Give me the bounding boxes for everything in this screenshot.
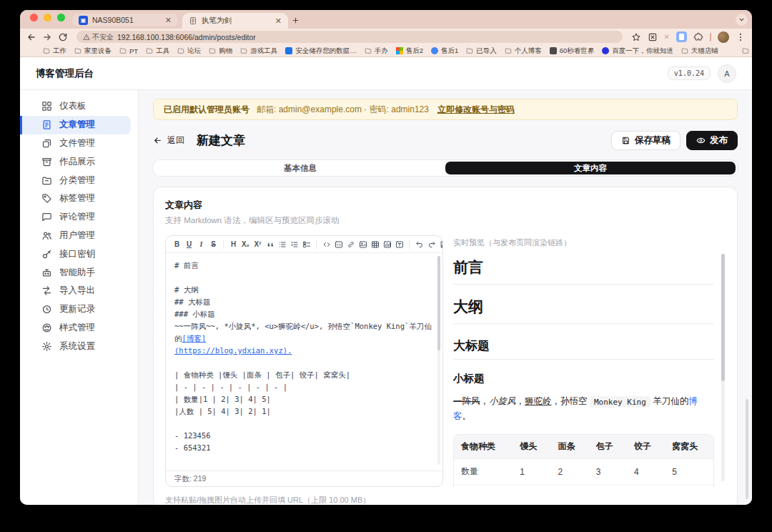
- extension-icon-3[interactable]: [676, 31, 687, 42]
- bookmark-item-13[interactable]: 个人博客: [505, 46, 542, 56]
- toolbar-image-icon[interactable]: [357, 238, 369, 250]
- not-secure-badge[interactable]: 不安全: [83, 32, 114, 42]
- maximize-window-button[interactable]: [57, 14, 65, 21]
- change-credentials-link[interactable]: 立即修改账号与密码: [437, 104, 515, 116]
- editor-line: [174, 418, 434, 430]
- tab-content[interactable]: 文章内容: [445, 162, 736, 174]
- folder-icon: [681, 47, 688, 54]
- bookmark-item-8[interactable]: 安全储存您的数据…: [285, 46, 357, 56]
- save-draft-button[interactable]: 保存草稿: [611, 131, 681, 150]
- sidebar-item-dashboard[interactable]: 仪表板: [20, 97, 131, 116]
- bookmark-item-7[interactable]: 游戏工具: [240, 46, 277, 56]
- bookmark-item-1[interactable]: 工作: [43, 46, 66, 56]
- toolbar-heading-icon[interactable]: H: [227, 238, 239, 250]
- url-bar[interactable]: 不安全 192.168.100.138:6066/admin/posts/edi…: [76, 31, 623, 43]
- profile-avatar[interactable]: [718, 31, 729, 43]
- preview-table: 食物种类馒头面条包子饺子窝窝头数量12345人数54321: [453, 434, 714, 488]
- ms-grid-icon: [396, 47, 403, 54]
- minimize-window-button[interactable]: [44, 14, 51, 21]
- forward-icon[interactable]: [42, 32, 52, 42]
- toolbar-bullet-list-icon[interactable]: [276, 238, 288, 250]
- toolbar-inline-code-icon[interactable]: [320, 238, 332, 250]
- close-window-button[interactable]: [30, 14, 38, 21]
- sidebar-item-works[interactable]: 作品展示: [20, 152, 131, 171]
- bookmark-item-9[interactable]: 手办: [365, 46, 388, 56]
- toolbar-subscript-icon[interactable]: X₂: [239, 238, 252, 250]
- sidebar-item-files[interactable]: 文件管理: [20, 134, 131, 153]
- page-scrollbar[interactable]: [746, 399, 748, 499]
- extension-icon-2[interactable]: ✕: [664, 33, 670, 41]
- toolbar-text-box-icon[interactable]: [393, 238, 405, 250]
- sidebar-item-tags[interactable]: 标签管理: [20, 189, 131, 208]
- toolbar-italic-icon[interactable]: I: [195, 238, 207, 250]
- toolbar-code-block-icon[interactable]: [332, 238, 345, 250]
- bookmark-item-3[interactable]: PT: [119, 47, 138, 55]
- bookmark-item-16[interactable]: 天猫店铺: [681, 46, 718, 56]
- editor-scrollbar[interactable]: [437, 256, 440, 465]
- sidebar-item-assistant[interactable]: 智能助手: [20, 263, 131, 282]
- back-icon[interactable]: [26, 32, 36, 42]
- tab-search-button[interactable]: [736, 14, 748, 26]
- bookmark-item-4[interactable]: 工具: [146, 46, 169, 56]
- bookmark-item-10[interactable]: 售后2: [396, 46, 423, 56]
- bookmark-item-6[interactable]: 购物: [209, 46, 232, 56]
- toolbar-strikethrough-icon[interactable]: S: [207, 238, 219, 250]
- browser-tab-blog[interactable]: 执笔为剑✕: [182, 13, 288, 29]
- toolbar-quote-icon[interactable]: [264, 238, 276, 250]
- menu-kebab-icon[interactable]: [736, 32, 746, 42]
- extensions-puzzle-icon[interactable]: [693, 32, 703, 42]
- bookmark-item-11[interactable]: 售后1: [431, 46, 458, 56]
- toolbar-chart-icon[interactable]: [381, 238, 393, 250]
- sidebar-item-users[interactable]: 用户管理: [20, 227, 131, 245]
- preview-scrollbar[interactable]: [721, 254, 725, 481]
- editor-line: ## 大标题: [174, 296, 434, 308]
- folder-icon: [177, 47, 184, 54]
- preview-text-segment: 一阵风: [453, 396, 480, 406]
- tab-close-icon[interactable]: ✕: [275, 16, 282, 26]
- user-avatar[interactable]: A: [718, 64, 736, 83]
- new-tab-button[interactable]: [288, 13, 302, 27]
- tab-close-icon[interactable]: ✕: [165, 16, 172, 25]
- transfer-icon: [41, 285, 52, 296]
- bookmark-item-12[interactable]: 已导入: [466, 46, 497, 56]
- bookmark-label: 购物: [219, 46, 232, 56]
- sidebar-item-changelog[interactable]: 更新记录: [20, 300, 131, 319]
- toolbar-redo-icon[interactable]: [425, 238, 437, 250]
- sidebar-item-styles[interactable]: 样式管理: [20, 319, 131, 338]
- markdown-textarea[interactable]: # 前言 # 大纲## 大标题### 小标题~~一阵风~~, *小旋风*, <u…: [166, 253, 442, 471]
- editor-text-segment: [博客]: [182, 334, 207, 343]
- sidebar-item-import-export[interactable]: 导入导出: [20, 282, 131, 300]
- toolbar-superscript-icon[interactable]: X²: [252, 238, 264, 250]
- table-cell: 2: [627, 485, 665, 488]
- extension-icon-1[interactable]: [648, 32, 658, 42]
- toolbar-task-list-icon[interactable]: [300, 238, 312, 250]
- bookmark-item-2[interactable]: 家里设备: [74, 46, 112, 56]
- toolbar-link-icon[interactable]: [345, 238, 357, 250]
- tab-basic[interactable]: 基本信息: [155, 162, 445, 174]
- sidebar-item-settings[interactable]: 系统设置: [20, 337, 131, 355]
- browser-tab-nas[interactable]: ▣NAS90B051✕: [72, 14, 178, 26]
- sidebar-item-categories[interactable]: 分类管理: [20, 171, 131, 189]
- sidebar-item-posts[interactable]: 文章管理: [20, 116, 131, 134]
- all-bookmarks-button[interactable]: 所有书签: [742, 46, 752, 56]
- bookmark-item-5[interactable]: 论坛: [177, 46, 201, 56]
- table-cell: 5: [513, 485, 550, 488]
- folder-icon: [119, 47, 127, 54]
- sidebar-item-comments[interactable]: 评论管理: [20, 208, 131, 227]
- toolbar-bold-icon[interactable]: B: [171, 238, 183, 250]
- bookmark-item-14[interactable]: 60秒看世界: [550, 46, 595, 56]
- toolbar-undo-icon[interactable]: [413, 238, 425, 250]
- sidebar-item-api-keys[interactable]: 接口密钥: [20, 245, 131, 263]
- toolbar-underline-icon[interactable]: U: [183, 238, 195, 250]
- toolbar-ordered-list-icon[interactable]: [288, 238, 300, 250]
- reload-icon[interactable]: [58, 32, 68, 42]
- sidebar: 仪表板文章管理文件管理作品展示分类管理标签管理评论管理用户管理接口密钥智能助手导…: [20, 90, 139, 505]
- publish-button[interactable]: 发布: [686, 131, 738, 150]
- table-row: 人数54321: [454, 485, 713, 488]
- toolbar-save-icon[interactable]: [437, 238, 443, 250]
- bookmark-item-15[interactable]: 百度一下，你就知道: [602, 46, 673, 56]
- back-button[interactable]: 返回: [153, 134, 184, 147]
- toolbar-table-icon[interactable]: [369, 238, 381, 250]
- bookmark-star-icon[interactable]: [631, 32, 641, 42]
- editor-text-segment: |人数 | 5| 4| 3| 2| 1|: [174, 407, 271, 415]
